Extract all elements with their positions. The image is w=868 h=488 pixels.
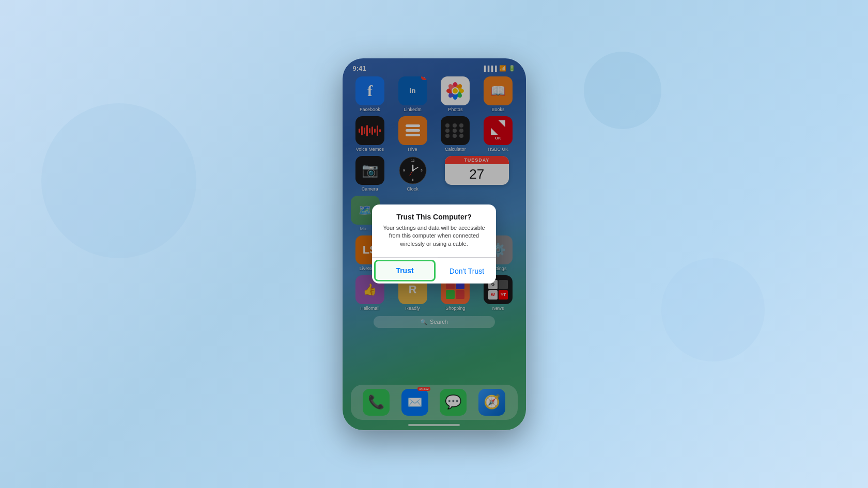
dialog-buttons: Trust Don't Trust (372, 257, 496, 284)
dialog-message: Your settings and data will be accessibl… (380, 224, 488, 248)
dont-trust-button[interactable]: Don't Trust (438, 258, 496, 284)
trust-dialog: Trust This Computer? Your settings and d… (372, 204, 496, 284)
dialog-title: Trust This Computer? (380, 213, 488, 221)
phone-frame: 9:41 ▐▐▐▐ 📶 🔋 f Facebook in 4 Lin (343, 58, 526, 430)
background: 9:41 ▐▐▐▐ 📶 🔋 f Facebook in 4 Lin (0, 0, 868, 488)
dialog-overlay: Trust This Computer? Your settings and d… (343, 58, 526, 430)
trust-button[interactable]: Trust (374, 260, 436, 281)
dialog-content: Trust This Computer? Your settings and d… (372, 204, 496, 252)
